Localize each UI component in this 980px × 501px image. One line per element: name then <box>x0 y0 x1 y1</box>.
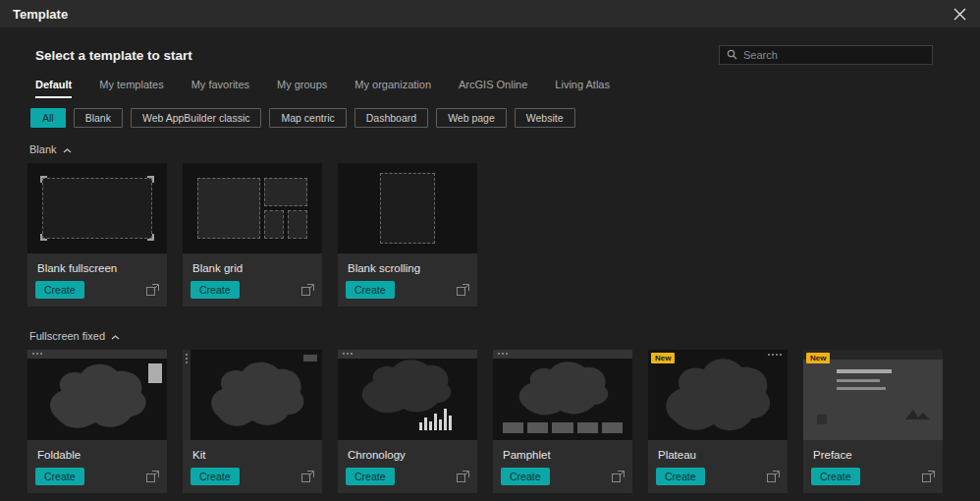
search-icon <box>727 46 737 64</box>
tab-my-organization[interactable]: My organization <box>354 79 431 98</box>
card-foldable: Foldable Create <box>27 350 167 493</box>
create-button[interactable]: Create <box>191 281 240 299</box>
preview-icon[interactable] <box>457 284 469 296</box>
filter-website[interactable]: Website <box>515 108 575 128</box>
filter-dashboard[interactable]: Dashboard <box>354 108 428 128</box>
top-row: Select a template to start <box>27 43 953 67</box>
close-icon[interactable] <box>952 6 967 22</box>
preview-icon[interactable] <box>767 471 780 482</box>
create-button[interactable]: Create <box>191 468 240 485</box>
template-title: Blank scrolling <box>338 253 477 277</box>
tab-my-templates[interactable]: My templates <box>99 79 163 98</box>
blank-card-row: Blank fullscreen Create Blank grid Creat… <box>27 163 953 306</box>
tab-living-atlas[interactable]: Living Atlas <box>555 79 610 98</box>
template-title: Blank fullscreen <box>27 253 167 277</box>
tab-my-favorites[interactable]: My favorites <box>191 79 249 98</box>
new-badge: New <box>806 353 830 363</box>
dialog-content: Select a template to start Default My te… <box>0 43 980 493</box>
template-title: Preface <box>803 440 943 464</box>
create-button[interactable]: Create <box>501 468 550 485</box>
template-title: Foldable <box>27 440 167 464</box>
new-badge: New <box>651 353 675 363</box>
tab-my-groups[interactable]: My groups <box>277 79 327 98</box>
preview-icon[interactable] <box>612 471 625 482</box>
create-button[interactable]: Create <box>656 468 705 485</box>
section-blank-header[interactable]: Blank <box>29 143 953 155</box>
create-button[interactable]: Create <box>35 281 84 299</box>
preview-icon[interactable] <box>457 471 469 482</box>
tab-default[interactable]: Default <box>35 79 72 98</box>
chevron-up-icon <box>63 143 72 155</box>
filter-map-centric[interactable]: Map centric <box>269 108 346 128</box>
create-button[interactable]: Create <box>811 468 860 485</box>
filter-blank[interactable]: Blank <box>74 108 123 128</box>
search-box[interactable] <box>719 45 933 65</box>
filter-web-appbuilder-classic[interactable]: Web AppBuilder classic <box>131 108 262 128</box>
filter-bar: All Blank Web AppBuilder classic Map cen… <box>30 108 953 128</box>
section-title: Blank <box>29 143 57 155</box>
tab-arcgis-online[interactable]: ArcGIS Online <box>459 79 527 98</box>
filter-all[interactable]: All <box>30 108 66 128</box>
card-kit: Kit Create <box>183 350 322 493</box>
template-dialog: Template Select a template to start Defa… <box>0 0 980 501</box>
preview-icon[interactable] <box>301 471 314 482</box>
search-input[interactable] <box>743 49 925 61</box>
thumbnail-foldable[interactable] <box>27 350 167 440</box>
fullscreen-fixed-card-row: Foldable Create Kit Create <box>27 350 953 493</box>
thumbnail-kit[interactable] <box>183 350 322 440</box>
card-blank-grid: Blank grid Create <box>183 163 322 306</box>
card-plateau: New Plateau Create <box>648 350 788 493</box>
thumbnail-preface[interactable]: New <box>803 350 943 440</box>
thumbnail-blank-scrolling[interactable] <box>338 163 477 253</box>
card-blank-fullscreen: Blank fullscreen Create <box>27 163 167 306</box>
chevron-up-icon <box>111 330 120 342</box>
template-title: Plateau <box>648 440 788 464</box>
create-button[interactable]: Create <box>346 468 395 485</box>
preview-icon[interactable] <box>146 471 159 482</box>
thumbnail-chronology[interactable] <box>338 350 477 440</box>
card-blank-scrolling: Blank scrolling Create <box>338 163 477 306</box>
tab-bar: Default My templates My favorites My gro… <box>35 79 953 98</box>
card-chronology: Chronology Create <box>338 350 477 493</box>
section-fullscreen-fixed-header[interactable]: Fullscreen fixed <box>29 330 953 342</box>
page-title: Select a template to start <box>35 48 192 63</box>
create-button[interactable]: Create <box>346 281 395 299</box>
create-button[interactable]: Create <box>35 468 84 485</box>
template-title: Blank grid <box>183 253 322 277</box>
filter-web-page[interactable]: Web page <box>436 108 507 128</box>
preview-icon[interactable] <box>922 471 935 482</box>
preview-icon[interactable] <box>301 284 314 296</box>
card-pamphlet: Pamphlet Create <box>493 350 632 493</box>
template-title: Kit <box>183 440 322 464</box>
mountain-image-icon <box>903 406 931 424</box>
preview-icon[interactable] <box>146 284 159 296</box>
thumbnail-blank-fullscreen[interactable] <box>27 163 167 253</box>
thumbnail-plateau[interactable]: New <box>648 350 788 440</box>
thumbnail-pamphlet[interactable] <box>493 350 632 440</box>
template-title: Chronology <box>338 440 477 464</box>
template-title: Pamphlet <box>493 440 632 464</box>
section-title: Fullscreen fixed <box>29 330 105 342</box>
thumbnail-blank-grid[interactable] <box>183 163 322 253</box>
card-preface: New Preface Create <box>803 350 943 493</box>
dialog-header: Template <box>0 0 980 28</box>
dialog-title: Template <box>13 7 68 22</box>
